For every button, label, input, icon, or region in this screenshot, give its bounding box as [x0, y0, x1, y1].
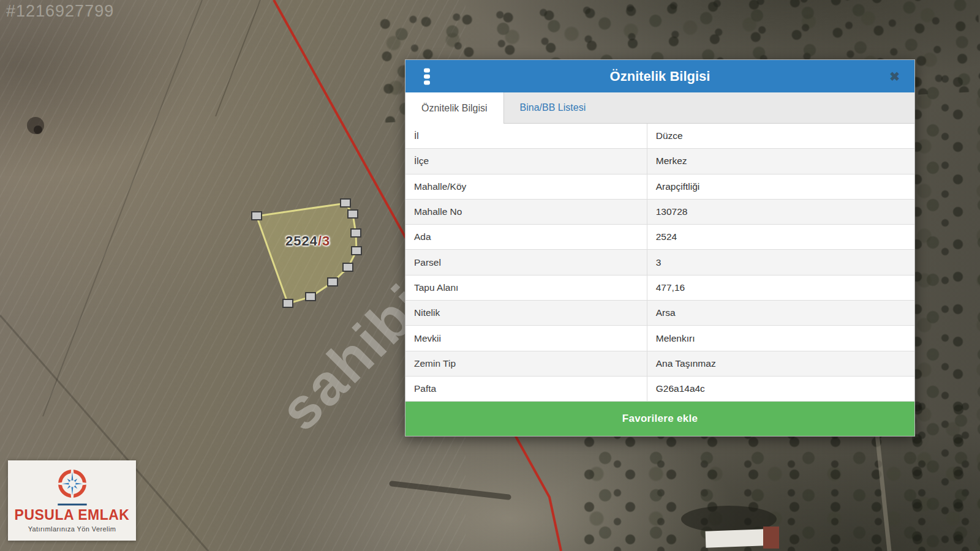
table-row: MevkiiMelenkırı: [405, 326, 914, 351]
tab-bina-bb-listesi[interactable]: Bina/BB Listesi: [504, 92, 602, 123]
logo-tagline: Yatırımlarınıza Yön Verelim: [28, 525, 116, 533]
attribute-info-dialog: Öznitelik Bilgisi ✖ Öznitelik Bilgisi Bi…: [405, 59, 915, 437]
vertex-handle[interactable]: [343, 263, 353, 271]
add-to-favorites-button[interactable]: Favorilere ekle: [405, 402, 914, 436]
vertex-handle[interactable]: [283, 299, 293, 307]
listing-id: #1216927799: [6, 2, 114, 21]
table-row: İlDüzce: [405, 124, 914, 149]
selected-parcel-polygon[interactable]: [257, 203, 356, 304]
realtor-logo-card: PUSULA EMLAK Yatırımlarınıza Yön Verelim: [8, 460, 136, 541]
table-row: Mahalle No130728: [405, 200, 914, 225]
tree-texture-right: [910, 73, 980, 551]
table-row: Zemin TipAna Taşınmaz: [405, 351, 914, 377]
attribute-table: İlDüzce İlçeMerkez Mahalle/KöyArapçiftli…: [405, 124, 914, 402]
dialog-title: Öznitelik Bilgisi: [405, 69, 914, 84]
vertex-handle[interactable]: [306, 293, 315, 301]
logo-name: PUSULA EMLAK: [15, 507, 130, 523]
table-row: NitelikArsa: [405, 301, 914, 326]
compass-rose-icon: [50, 463, 95, 508]
vertex-handle[interactable]: [348, 210, 358, 218]
vertex-handle[interactable]: [252, 212, 262, 220]
building-shadow: [681, 506, 777, 533]
vertex-handle[interactable]: [351, 229, 361, 237]
table-row: PaftaG26a14a4c: [405, 377, 914, 402]
white-roof-building: [706, 529, 765, 547]
parcel-number-label: 2524/3: [285, 233, 330, 249]
satellite-map-viewport[interactable]: 2524/3 sahibinden #1216927799 Öznitelik …: [0, 0, 980, 551]
close-icon[interactable]: ✖: [889, 70, 900, 83]
kebab-menu-icon[interactable]: [424, 68, 430, 84]
vertex-handle[interactable]: [341, 199, 350, 207]
table-row: Ada2524: [405, 225, 914, 250]
dialog-header: Öznitelik Bilgisi ✖: [405, 60, 914, 92]
table-row: Mahalle/KöyArapçiftliği: [405, 174, 914, 200]
tab-oznitelik-bilgisi[interactable]: Öznitelik Bilgisi: [405, 92, 504, 124]
vertex-handle[interactable]: [352, 247, 361, 255]
tree-spot: [27, 117, 44, 134]
dialog-tabs: Öznitelik Bilgisi Bina/BB Listesi: [405, 92, 914, 124]
red-roof-building: [763, 527, 779, 549]
table-row: Parsel3: [405, 250, 914, 275]
dirt-road: [876, 422, 889, 551]
vertex-handle[interactable]: [328, 278, 337, 286]
table-row: İlçeMerkez: [405, 149, 914, 174]
table-row: Tapu Alanı477,16: [405, 276, 914, 301]
